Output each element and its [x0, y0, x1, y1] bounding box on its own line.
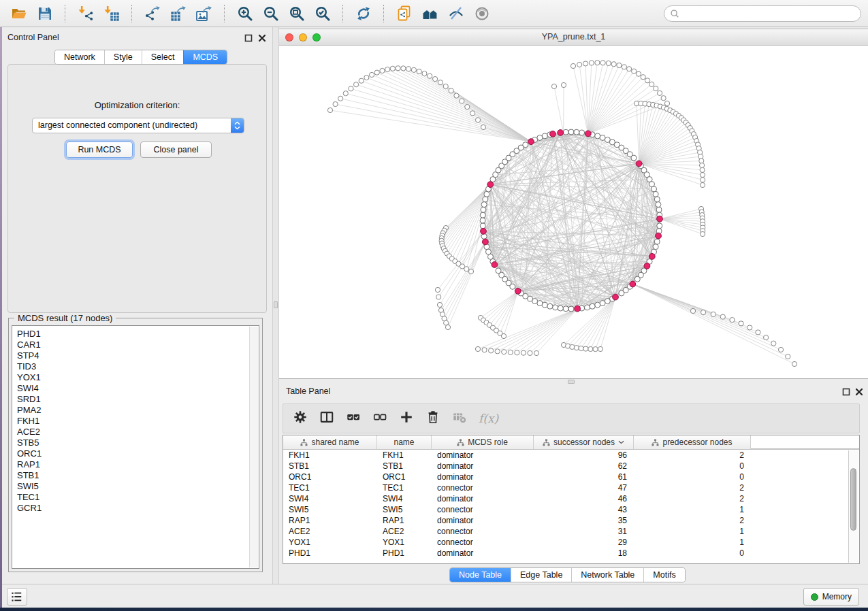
- cell-name[interactable]: SWI5: [377, 504, 432, 515]
- cell-name[interactable]: YOX1: [377, 537, 432, 548]
- cell-shared-name[interactable]: STB1: [283, 461, 377, 472]
- mcds-node-item[interactable]: SRD1: [17, 394, 259, 405]
- column-header-predecessor-nodes[interactable]: predecessor nodes: [634, 435, 751, 449]
- cell-name[interactable]: PHD1: [377, 548, 432, 559]
- splitter-handle[interactable]: [274, 301, 278, 308]
- network-canvas[interactable]: [279, 46, 868, 379]
- cell-name[interactable]: TEC1: [377, 482, 432, 493]
- maximize-traffic-light[interactable]: [312, 33, 321, 42]
- mcds-node-item[interactable]: ACE2: [17, 427, 259, 437]
- mcds-node-item[interactable]: PHD1: [17, 329, 259, 340]
- column-header-mcds-role[interactable]: MCDS role: [432, 435, 534, 449]
- result-list-scrollbar[interactable]: [249, 327, 258, 567]
- clone-network-button[interactable]: [392, 3, 416, 24]
- column-header-name[interactable]: name: [377, 435, 432, 449]
- cell-predecessor-nodes[interactable]: 0: [634, 472, 751, 482]
- cell-successor-nodes[interactable]: 46: [534, 493, 634, 504]
- mcds-node-item[interactable]: ORC1: [17, 448, 259, 459]
- import-network-button[interactable]: [74, 3, 97, 24]
- delete-row-button[interactable]: [425, 410, 440, 427]
- minimize-traffic-light[interactable]: [299, 33, 307, 42]
- zoom-selected-button[interactable]: [310, 3, 334, 24]
- cell-mcds-role[interactable]: dominator: [432, 472, 534, 482]
- mcds-result-list[interactable]: PHD1CAR1STP4TID3YOX1SWI4SRD1PMA2FKH1ACE2…: [12, 325, 259, 569]
- cell-mcds-role[interactable]: connector: [432, 537, 534, 548]
- mcds-node-item[interactable]: YOX1: [17, 372, 259, 383]
- cell-predecessor-nodes[interactable]: 1: [634, 537, 751, 548]
- tab-style[interactable]: Style: [104, 50, 142, 64]
- show-columns-button[interactable]: [319, 410, 334, 427]
- cell-mcds-role[interactable]: dominator: [432, 548, 534, 559]
- cell-successor-nodes[interactable]: 31: [534, 526, 634, 537]
- cell-successor-nodes[interactable]: 29: [534, 537, 634, 548]
- table-row[interactable]: RAP1RAP1dominator352: [283, 515, 859, 526]
- cell-successor-nodes[interactable]: 43: [534, 504, 634, 515]
- cell-mcds-role[interactable]: dominator: [432, 461, 534, 472]
- export-table-button[interactable]: [166, 3, 190, 24]
- cell-mcds-role[interactable]: connector: [432, 504, 534, 515]
- zoom-fit-button[interactable]: [285, 3, 308, 24]
- deselect-all-button[interactable]: [372, 410, 387, 427]
- cell-shared-name[interactable]: ORC1: [283, 472, 377, 482]
- add-row-button[interactable]: [399, 410, 414, 427]
- cell-shared-name[interactable]: YOX1: [283, 537, 377, 548]
- table-scrollbar-thumb[interactable]: [850, 468, 856, 531]
- cell-name[interactable]: RAP1: [377, 515, 432, 526]
- network-overview-button[interactable]: [418, 3, 442, 24]
- cell-name[interactable]: STB1: [377, 461, 432, 472]
- float-table-panel-icon[interactable]: [842, 388, 850, 396]
- refresh-button[interactable]: [351, 3, 375, 24]
- float-panel-icon[interactable]: [244, 34, 253, 42]
- show-graphics-button[interactable]: [470, 3, 494, 24]
- tab-select[interactable]: Select: [142, 50, 184, 64]
- table-tab-edge-table[interactable]: Edge Table: [511, 568, 571, 582]
- cell-successor-nodes[interactable]: 47: [534, 482, 634, 493]
- table-row[interactable]: PHD1PHD1dominator180: [283, 548, 859, 559]
- table-scrollbar[interactable]: [848, 450, 858, 563]
- cell-predecessor-nodes[interactable]: 2: [634, 493, 751, 504]
- cell-shared-name[interactable]: TEC1: [283, 482, 377, 493]
- cell-mcds-role[interactable]: connector: [432, 526, 534, 537]
- cell-shared-name[interactable]: ACE2: [283, 526, 377, 537]
- mcds-node-item[interactable]: PMA2: [17, 405, 259, 416]
- cell-mcds-role[interactable]: dominator: [432, 515, 534, 526]
- select-all-button[interactable]: [346, 410, 361, 427]
- table-row[interactable]: TEC1TEC1connector472: [283, 482, 859, 493]
- table-row[interactable]: ACE2ACE2connector311: [283, 526, 859, 537]
- mcds-node-item[interactable]: CAR1: [17, 340, 259, 350]
- mcds-node-item[interactable]: STB1: [17, 470, 259, 481]
- cell-shared-name[interactable]: RAP1: [283, 515, 377, 526]
- export-network-button[interactable]: [140, 3, 164, 24]
- mcds-node-item[interactable]: STP4: [17, 350, 259, 361]
- table-tab-node-table[interactable]: Node Table: [450, 568, 511, 582]
- cell-successor-nodes[interactable]: 62: [534, 461, 634, 472]
- cell-successor-nodes[interactable]: 18: [534, 548, 634, 559]
- cell-shared-name[interactable]: SWI4: [283, 493, 377, 504]
- cell-name[interactable]: FKH1: [377, 450, 432, 461]
- settings-button[interactable]: [293, 410, 308, 427]
- cell-shared-name[interactable]: PHD1: [283, 548, 377, 559]
- cell-predecessor-nodes[interactable]: 1: [634, 526, 751, 537]
- save-button[interactable]: [33, 3, 57, 24]
- cell-predecessor-nodes[interactable]: 2: [634, 515, 751, 526]
- table-row[interactable]: YOX1YOX1connector291: [283, 537, 859, 548]
- mcds-node-item[interactable]: TEC1: [17, 492, 259, 503]
- cell-successor-nodes[interactable]: 61: [534, 472, 634, 482]
- cell-predecessor-nodes[interactable]: 1: [634, 504, 751, 515]
- mcds-node-item[interactable]: SWI5: [17, 481, 259, 492]
- cell-name[interactable]: SWI4: [377, 493, 432, 504]
- mcds-node-item[interactable]: GCR1: [17, 503, 259, 514]
- criterion-dropdown[interactable]: largest connected component (undirected): [32, 118, 244, 133]
- cell-mcds-role[interactable]: dominator: [432, 493, 534, 504]
- table-row[interactable]: STB1STB1dominator620: [283, 461, 859, 472]
- column-header-successor-nodes[interactable]: successor nodes: [534, 435, 634, 449]
- import-table-button[interactable]: [99, 3, 123, 24]
- table-row[interactable]: FKH1FKH1dominator962: [283, 450, 859, 461]
- cell-predecessor-nodes[interactable]: 0: [634, 461, 751, 472]
- table-row[interactable]: SWI5SWI5connector431: [283, 504, 859, 515]
- cell-shared-name[interactable]: SWI5: [283, 504, 377, 515]
- cell-predecessor-nodes[interactable]: 2: [634, 450, 751, 461]
- vertical-splitter[interactable]: [272, 27, 279, 584]
- search-input[interactable]: [683, 7, 861, 20]
- table-tab-network-table[interactable]: Network Table: [571, 568, 643, 582]
